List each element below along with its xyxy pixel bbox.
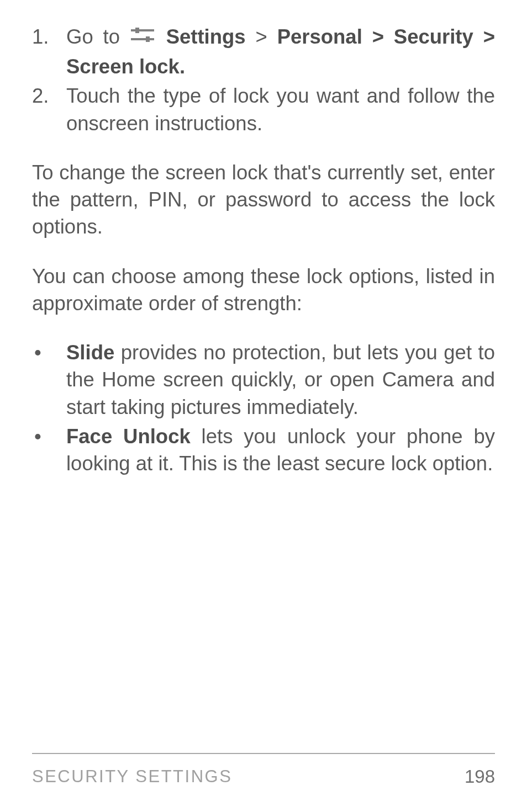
paragraph: To change the screen lock that's current… xyxy=(32,159,495,241)
bold-text: Settings xyxy=(166,25,246,48)
text-space xyxy=(156,25,166,48)
bullet-icon: • xyxy=(32,339,66,421)
page-number: 198 xyxy=(465,766,495,787)
page-footer: SECURITY SETTINGS 198 xyxy=(32,753,495,787)
paragraph: You can choose among these lock options,… xyxy=(32,263,495,317)
list-item: • Face Unlock lets you unlock your phone… xyxy=(32,423,495,477)
list-item: • Slide provides no protection, but lets… xyxy=(32,339,495,421)
bold-text: Face Unlock xyxy=(66,425,191,448)
text-separator: > xyxy=(246,25,277,48)
svg-rect-3 xyxy=(146,36,150,42)
list-item: 2. Touch the type of lock you want and f… xyxy=(32,82,495,137)
list-number: 2. xyxy=(32,82,66,137)
list-number: 1. xyxy=(32,23,66,80)
text-rest: provides no protection, but lets you get… xyxy=(66,341,495,418)
bullet-list: • Slide provides no protection, but lets… xyxy=(32,339,495,477)
bullet-icon: • xyxy=(32,423,66,477)
document-page: 1. Go to Settings > Personal > Security … xyxy=(0,0,527,812)
bold-text: Slide xyxy=(66,341,114,364)
list-item-body: Go to Settings > Personal > Security > S… xyxy=(66,23,495,80)
footer-section-title: SECURITY SETTINGS xyxy=(32,767,232,787)
page-content: 1. Go to Settings > Personal > Security … xyxy=(32,23,495,753)
ordered-list: 1. Go to Settings > Personal > Security … xyxy=(32,23,495,137)
settings-icon xyxy=(131,24,154,51)
list-item-body: Face Unlock lets you unlock your phone b… xyxy=(66,423,495,477)
list-item-body: Touch the type of lock you want and fol­… xyxy=(66,82,495,137)
svg-rect-2 xyxy=(135,28,139,33)
list-item-body: Slide provides no protection, but lets y… xyxy=(66,339,495,421)
text-prefix: Go to xyxy=(66,25,130,48)
list-item: 1. Go to Settings > Personal > Security … xyxy=(32,23,495,80)
